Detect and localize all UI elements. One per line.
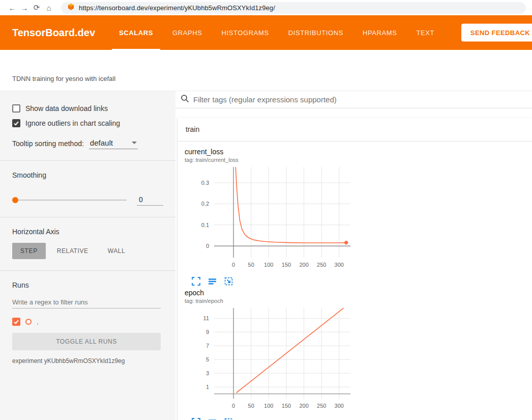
experiment-caption: experiment yKUbhb5wRmOSXYkId1z9eg	[12, 357, 163, 365]
svg-text:150: 150	[282, 403, 291, 409]
smoothing-label: Smoothing	[12, 171, 163, 179]
experiment-title: TDNN training for yesno with icefall	[12, 75, 115, 82]
chart-tag: tag: train/epoch	[185, 298, 359, 304]
svg-text:1: 1	[206, 384, 209, 390]
search-icon	[181, 94, 189, 105]
axis-wall-button[interactable]: WALL	[100, 243, 134, 259]
svg-text:9: 9	[206, 329, 209, 335]
svg-text:200: 200	[299, 403, 308, 409]
tooltip-sorting-label: Tooltip sorting method:	[12, 139, 84, 149]
svg-text:50: 50	[248, 403, 254, 409]
app-header: TensorBoard.dev SCALARS GRAPHS HISTOGRAM…	[0, 15, 532, 50]
home-icon[interactable]: ⌂	[43, 4, 55, 12]
horizontal-axis-toggle: STEP RELATIVE WALL	[12, 243, 163, 259]
send-feedback-button[interactable]: SEND FEEDBACK	[461, 24, 532, 42]
show-download-links-checkbox[interactable]: Show data download links	[12, 104, 163, 113]
main-panel: train current_loss tag: train/current_lo…	[175, 91, 532, 420]
svg-text:0.2: 0.2	[201, 201, 209, 207]
run-color-swatch	[25, 319, 32, 325]
chart-card-epoch: epoch tag: train/epoch 13579110501001502…	[185, 289, 359, 420]
tag-group-header[interactable]: train	[178, 118, 532, 142]
svg-text:300: 300	[335, 262, 344, 268]
browser-chrome: ← → ⟳ ⌂ https://tensorboard.dev/experime…	[0, 0, 532, 15]
tag-filter-bar	[175, 91, 532, 108]
tag-group-card: train current_loss tag: train/current_lo…	[178, 118, 532, 420]
run-checkbox-checked-icon[interactable]	[12, 318, 20, 326]
fit-domain-icon[interactable]	[224, 277, 233, 286]
runs-label: Runs	[12, 281, 163, 289]
svg-text:250: 250	[317, 403, 326, 409]
tab-scalars[interactable]: SCALARS	[112, 15, 160, 50]
site-favicon-icon	[67, 3, 75, 13]
tab-distributions[interactable]: DISTRIBUTIONS	[281, 15, 350, 50]
svg-text:100: 100	[264, 403, 273, 409]
run-list-item[interactable]: .	[12, 318, 163, 326]
axis-step-button[interactable]: STEP	[12, 243, 46, 259]
chart-title: current_loss	[185, 148, 359, 156]
experiment-subheader: TDNN training for yesno with icefall	[0, 50, 532, 91]
axis-relative-button[interactable]: RELATIVE	[49, 243, 97, 259]
checkbox-checked-icon[interactable]	[12, 119, 20, 127]
expand-chart-icon[interactable]	[192, 418, 200, 420]
chart-title: epoch	[185, 289, 359, 297]
chart-card-current-loss: current_loss tag: train/current_loss 00.…	[185, 148, 359, 286]
svg-text:250: 250	[317, 262, 326, 268]
checkbox-label: Ignore outliers in chart scaling	[25, 119, 120, 127]
chart-toolbar	[185, 277, 359, 286]
fit-domain-icon[interactable]	[224, 418, 233, 420]
divider	[0, 217, 175, 217]
back-icon[interactable]: ←	[6, 4, 18, 12]
tag-filter-input[interactable]	[193, 95, 532, 104]
tab-graphs[interactable]: GRAPHS	[165, 15, 210, 50]
expand-chart-icon[interactable]	[192, 277, 200, 286]
svg-text:7: 7	[206, 343, 209, 349]
runs-filter-input[interactable]	[12, 296, 161, 309]
url-text: https://tensorboard.dev/experiment/yKUbh…	[79, 4, 275, 12]
svg-text:0.3: 0.3	[201, 180, 209, 186]
svg-text:300: 300	[335, 403, 344, 409]
svg-text:0: 0	[232, 262, 235, 268]
chevron-down-icon	[132, 142, 137, 144]
divider	[0, 270, 175, 271]
chart-toolbar	[185, 418, 359, 420]
address-bar[interactable]: https://tensorboard.dev/experiment/yKUbh…	[61, 2, 526, 14]
page: ← → ⟳ ⌂ https://tensorboard.dev/experime…	[0, 0, 532, 420]
horizontal-axis-label: Horizontal Axis	[12, 228, 163, 236]
tab-text[interactable]: TEXT	[409, 15, 441, 50]
smoothing-value-input[interactable]: 0	[137, 194, 163, 206]
nav-tabs: SCALARS GRAPHS HISTOGRAMS DISTRIBUTIONS …	[109, 15, 444, 50]
charts-grid: current_loss tag: train/current_loss 00.…	[178, 142, 532, 420]
checkbox-unchecked-icon[interactable]	[12, 104, 20, 113]
svg-text:200: 200	[299, 262, 308, 268]
run-name: .	[37, 318, 39, 326]
slider-knob[interactable]	[12, 197, 18, 203]
chart-tag: tag: train/current_loss	[185, 157, 359, 163]
svg-text:0.1: 0.1	[201, 222, 209, 228]
svg-text:0: 0	[232, 403, 235, 409]
checkbox-label: Show data download links	[25, 104, 108, 113]
tab-histograms[interactable]: HISTOGRAMS	[215, 15, 276, 50]
ignore-outliers-checkbox[interactable]: Ignore outliers in chart scaling	[12, 119, 163, 127]
svg-text:100: 100	[264, 262, 273, 268]
brand-logo: TensorBoard.dev	[12, 27, 95, 39]
forward-icon[interactable]: →	[18, 4, 31, 12]
scalar-line-chart[interactable]: 00.10.20.3050100150200250300	[185, 164, 359, 275]
divider	[0, 160, 175, 161]
settings-sidebar: Show data download links Ignore outliers…	[0, 91, 175, 420]
svg-text:11: 11	[203, 315, 209, 321]
axis-lines-icon[interactable]	[208, 277, 217, 286]
smoothing-slider[interactable]	[12, 200, 127, 201]
svg-text:5: 5	[206, 356, 209, 362]
tooltip-sorting-dropdown[interactable]: default	[89, 138, 138, 149]
svg-text:50: 50	[248, 262, 254, 268]
axis-lines-icon[interactable]	[208, 418, 217, 420]
svg-text:3: 3	[206, 370, 209, 376]
svg-text:150: 150	[282, 262, 291, 268]
dropdown-value: default	[90, 138, 113, 147]
tab-hparams[interactable]: HPARAMS	[356, 15, 404, 50]
reload-icon[interactable]: ⟳	[31, 3, 43, 12]
svg-text:0: 0	[206, 243, 209, 249]
toggle-all-runs-button[interactable]: TOGGLE ALL RUNS	[12, 333, 161, 350]
scalar-line-chart[interactable]: 1357911050100150200250300	[185, 305, 359, 416]
